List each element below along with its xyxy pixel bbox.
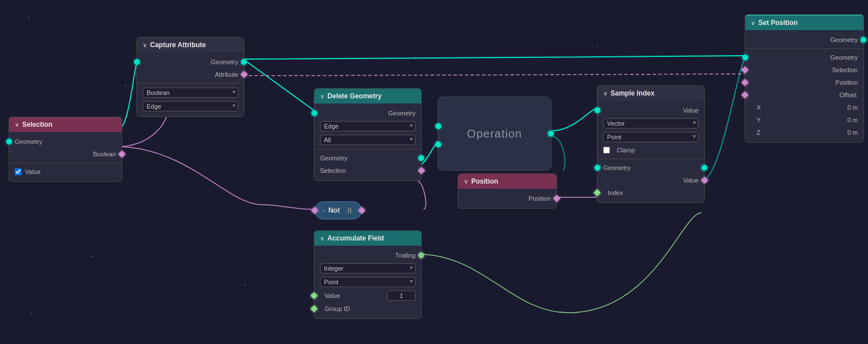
sample-index-vector-select[interactable]: Vector [603,118,699,129]
sample-index-geom-socket-in[interactable] [595,165,600,171]
sample-index-vector-row: Vector [597,117,704,130]
accumulate-integer-select[interactable]: Integer [320,263,416,273]
not-socket-in[interactable] [311,207,318,214]
position-header: ∨ Position [458,174,556,189]
set-pos-z-value: 0 m [848,129,858,136]
capture-edge-select[interactable]: Edge [143,101,238,111]
sample-index-value-socket-in[interactable] [595,107,600,113]
sample-index-point-row: Point [597,130,704,144]
not-label: Not [329,206,340,214]
delete-geom-in-label: Geometry [388,110,416,117]
selection-boolean-row: Boolean [9,148,122,160]
capture-geometry-label: Geometry [211,59,238,65]
selection-boolean-label: Boolean [93,151,116,158]
position-node: ∨ Position Position [458,173,557,209]
accumulate-field-title: Accumulate Field [327,234,384,242]
accumulate-field-node: ∨ Accumulate Field Trailing Integer Poin… [314,230,422,319]
delete-geom-socket-out[interactable] [418,155,424,161]
sample-index-value-socket-out[interactable] [701,177,708,184]
sample-index-geom-socket-out[interactable] [701,165,707,171]
accumulate-field-header: ∨ Accumulate Field [314,231,421,246]
set-pos-position-socket[interactable] [741,79,749,86]
delete-selection-socket[interactable] [418,167,425,175]
sample-index-clamp-checkbox[interactable] [603,147,610,154]
position-row: Position [458,192,556,205]
set-pos-selection-row: Selection [745,64,863,76]
operation-label: Operation [467,127,522,140]
selection-node: ∨ Selection Geometry Boolean Value [9,117,122,182]
set-pos-x-row: X 0 m [745,101,863,114]
set-pos-x-label: X [757,104,761,111]
delete-geom-in-row: Geometry [314,107,421,119]
selection-value-checkbox[interactable] [15,168,22,175]
set-pos-y-label: Y [757,117,761,123]
sample-index-point-select[interactable]: Point [603,132,699,142]
capture-attribute-socket-out[interactable] [240,71,248,78]
delete-all-select[interactable]: All [320,135,416,145]
delete-selection-label: Selection [320,167,346,174]
delete-geom-socket-in[interactable] [312,110,317,116]
set-pos-geom-in-label: Geometry [830,54,858,61]
sample-index-index-socket-in[interactable] [593,189,601,197]
sample-index-value-in-label: Value [683,107,699,114]
not-socket-out[interactable] [358,207,366,214]
sample-index-title: Sample Index [610,89,654,97]
delete-edge-row: Edge [314,119,421,133]
accumulate-point-select[interactable]: Point [320,277,416,287]
accumulate-value-socket-in[interactable] [310,292,318,300]
accumulate-trailing-row: Trailing [314,249,421,262]
operation-socket-in-2[interactable] [435,142,441,147]
capture-attribute-row: Attribute [137,68,244,81]
delete-edge-select[interactable]: Edge [320,121,416,131]
sample-index-value-in-row: Value [597,104,704,117]
set-pos-x-value: 0 m [848,104,858,111]
delete-selection-row: Selection [314,164,421,177]
selection-geometry-socket-out[interactable] [6,139,12,144]
sample-index-clamp-row: Clamp [597,144,704,156]
set-pos-offset-socket[interactable] [741,92,749,99]
capture-boolean-row: Boolean [137,86,244,100]
operation-socket-in-1[interactable] [435,123,441,129]
sample-index-node: ∨ Sample Index Value Vector Point Clamp [597,85,705,203]
delete-geom-out-row: Geometry [314,152,421,164]
operation-node: Operation [438,97,551,171]
selection-geometry-row: Geometry [9,135,122,148]
operation-socket-out[interactable] [548,131,554,136]
accumulate-value-input[interactable] [387,291,416,301]
selection-geometry-label: Geometry [15,138,42,145]
set-pos-geom-out-label: Geometry [830,36,858,43]
selection-title: Selection [22,121,52,129]
sample-index-value-out-row: Value [597,174,704,186]
accumulate-value-row: Value [314,289,421,302]
accumulate-trailing-label: Trailing [395,252,416,259]
set-pos-selection-socket[interactable] [741,67,749,74]
selection-value-label: Value [25,168,40,175]
set-pos-geom-socket-out[interactable] [861,37,866,43]
selection-boolean-socket-in[interactable] [118,151,126,158]
sample-index-header: ∨ Sample Index [597,86,704,101]
accumulate-integer-row: Integer [314,262,421,275]
accumulate-groupid-socket[interactable] [310,305,318,313]
set-pos-geom-out-row: Geometry [745,34,863,46]
set-pos-position-row: Position [745,76,863,89]
position-socket-out[interactable] [553,195,560,202]
set-position-header: ∨ Set Position [745,15,863,30]
position-title: Position [471,177,498,185]
sample-index-value-out-label: Value [683,177,699,184]
sample-index-geom-label: Geometry [603,164,630,171]
capture-geometry-row: Geometry [137,56,244,68]
delete-all-row: All [314,133,421,147]
capture-geometry-socket-in[interactable] [134,59,140,65]
capture-boolean-select[interactable]: Boolean [143,88,238,98]
capture-geometry-socket-out[interactable] [241,59,247,65]
capture-edge-row: Edge [137,100,244,113]
selection-value-row: Value [9,165,122,178]
accumulate-trailing-socket[interactable] [418,252,424,258]
delete-geom-out-label: Geometry [320,155,347,161]
set-pos-geom-socket-in[interactable] [742,55,748,60]
set-pos-position-label: Position [836,79,858,86]
capture-attribute-header: ∨ Capture Attribute [137,38,244,52]
set-pos-y-row: Y 0 m [745,114,863,126]
set-pos-y-value: 0 m [848,117,858,123]
delete-geometry-node: ∨ Delete Geometry Geometry Edge All Geom… [314,88,422,181]
